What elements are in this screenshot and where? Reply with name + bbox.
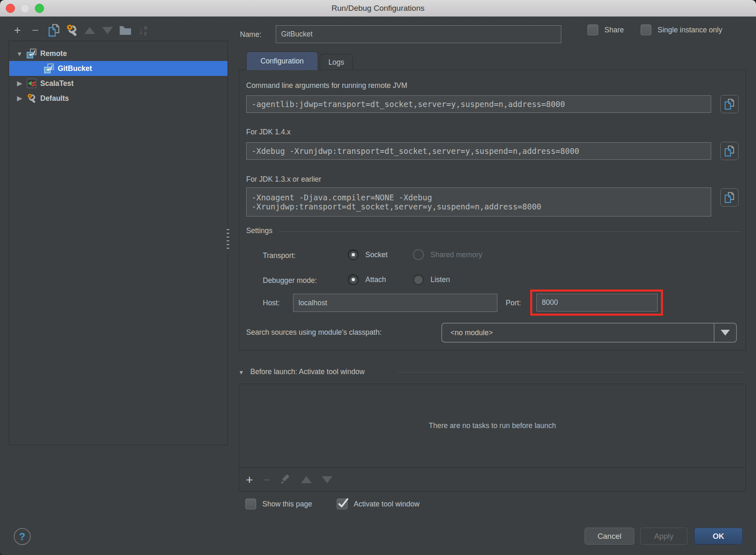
move-task-down-icon[interactable] bbox=[322, 476, 333, 483]
share-checkbox-row: Share bbox=[587, 24, 624, 35]
copy-jdk14-button[interactable] bbox=[720, 142, 739, 160]
show-this-page-row: Show this page bbox=[245, 499, 312, 509]
tree-item-label: GitBucket bbox=[58, 64, 92, 73]
configurations-tree: ▼ Remote GitBucket bbox=[9, 41, 228, 445]
tree-item-defaults[interactable]: ▶ Defaults bbox=[9, 91, 228, 106]
titlebar[interactable]: Run/Debug Configurations bbox=[0, 0, 756, 17]
run-debug-configurations-dialog: Run/Debug Configurations + − ↓ az bbox=[0, 0, 756, 555]
move-down-icon[interactable] bbox=[100, 23, 115, 38]
show-this-page-checkbox[interactable] bbox=[245, 499, 256, 509]
share-label: Share bbox=[604, 26, 624, 34]
defaults-wrench-icon bbox=[27, 93, 37, 103]
debugger-attach-option[interactable]: Attach bbox=[348, 274, 386, 285]
copy-icon bbox=[724, 192, 735, 203]
remote-config-icon bbox=[27, 49, 37, 58]
button-label: Cancel bbox=[597, 532, 621, 541]
host-label: Host: bbox=[263, 299, 280, 307]
share-checkbox[interactable] bbox=[587, 24, 598, 35]
window-title: Run/Debug Configurations bbox=[0, 0, 756, 17]
edit-task-pencil-icon[interactable] bbox=[280, 474, 291, 486]
tab-label: Logs bbox=[328, 58, 344, 67]
before-launch-collapse-icon[interactable]: ▾ bbox=[240, 368, 243, 376]
single-instance-checkbox-row: Single instance only bbox=[641, 24, 722, 35]
transport-socket-option[interactable]: Socket bbox=[348, 249, 388, 260]
tree-item-label: ScalaTest bbox=[40, 79, 73, 88]
activate-tool-window-label: Activate tool window bbox=[354, 500, 420, 509]
panel-splitter-handle[interactable] bbox=[227, 229, 229, 249]
jdk13-label: For JDK 1.3.x or earlier bbox=[246, 175, 321, 184]
tab-label: Configuration bbox=[260, 57, 303, 66]
jdk13-field[interactable]: -Xnoagent -Djava.compiler=NONE -Xdebug -… bbox=[246, 187, 711, 217]
name-label: Name: bbox=[240, 30, 262, 39]
activate-tool-window-checkbox[interactable] bbox=[337, 499, 347, 509]
jdk14-field[interactable]: -Xdebug -Xrunjdwp:transport=dt_socket,se… bbox=[246, 142, 711, 160]
tree-item-remote[interactable]: ▼ Remote bbox=[9, 46, 228, 61]
transport-shared-memory-option[interactable]: Shared memory bbox=[413, 249, 482, 260]
edit-defaults-icon[interactable] bbox=[64, 23, 79, 38]
port-input[interactable] bbox=[536, 294, 658, 312]
single-instance-checkbox[interactable] bbox=[641, 24, 651, 35]
name-input[interactable] bbox=[276, 25, 561, 43]
apply-button[interactable]: Apply bbox=[640, 528, 687, 545]
module-classpath-value: <no module> bbox=[442, 329, 714, 337]
jdk14-label: For JDK 1.4.x bbox=[246, 128, 291, 136]
check-icon bbox=[336, 495, 350, 509]
transport-label: Transport: bbox=[263, 251, 296, 260]
single-instance-label: Single instance only bbox=[658, 26, 722, 34]
cmdline-field[interactable]: -agentlib:jdwp=transport=dt_socket,serve… bbox=[246, 95, 711, 113]
scalatest-config-icon bbox=[27, 78, 37, 88]
ok-button[interactable]: OK bbox=[694, 528, 743, 545]
combo-dropdown-button[interactable] bbox=[714, 324, 736, 342]
help-button[interactable]: ? bbox=[14, 528, 31, 545]
jdk13-line1: -Xnoagent -Djava.compiler=NONE -Xdebug bbox=[252, 193, 432, 202]
copy-cmdline-button[interactable] bbox=[720, 95, 739, 113]
tree-collapsed-icon[interactable]: ▶ bbox=[15, 80, 24, 87]
activate-tool-window-row: Activate tool window bbox=[337, 499, 420, 509]
tree-collapsed-icon[interactable]: ▶ bbox=[15, 95, 24, 102]
tree-expanded-icon[interactable]: ▼ bbox=[15, 50, 24, 57]
copy-jdk13-button[interactable] bbox=[720, 188, 739, 207]
module-classpath-combobox[interactable]: <no module> bbox=[441, 323, 737, 343]
tree-item-label: Defaults bbox=[40, 94, 69, 103]
move-task-up-icon[interactable] bbox=[301, 476, 312, 483]
button-label: Apply bbox=[654, 532, 673, 541]
socket-label: Socket bbox=[365, 251, 388, 259]
before-launch-title: Before launch: Activate tool window bbox=[250, 368, 365, 376]
jdk13-line2: -Xrunjdwp:transport=dt_socket,server=y,s… bbox=[252, 202, 541, 211]
settings-section-label: Settings bbox=[246, 226, 272, 235]
debugger-listen-option[interactable]: Listen bbox=[413, 274, 450, 285]
tree-item-scalatest[interactable]: ▶ ScalaTest bbox=[9, 76, 228, 91]
before-launch-divider bbox=[399, 372, 745, 372]
attach-label: Attach bbox=[365, 275, 386, 284]
debugger-mode-label: Debugger mode: bbox=[263, 276, 317, 285]
add-task-icon[interactable]: + bbox=[246, 474, 253, 486]
remove-icon[interactable]: − bbox=[28, 23, 43, 38]
cmdline-label: Command line arguments for running remot… bbox=[246, 81, 407, 90]
add-icon[interactable]: + bbox=[10, 23, 25, 38]
shared-memory-radio[interactable] bbox=[413, 249, 424, 260]
sort-alphabetically-icon[interactable]: ↓ az bbox=[135, 23, 150, 38]
listen-radio[interactable] bbox=[413, 274, 424, 285]
listen-label: Listen bbox=[431, 275, 450, 284]
chevron-down-icon bbox=[721, 330, 730, 336]
no-tasks-message: There are no tasks to run before launch bbox=[429, 421, 556, 430]
move-up-icon[interactable] bbox=[82, 23, 97, 38]
tab-configuration[interactable]: Configuration bbox=[246, 51, 318, 70]
button-label: OK bbox=[713, 532, 724, 541]
tab-logs[interactable]: Logs bbox=[320, 54, 353, 70]
folder-icon[interactable] bbox=[118, 23, 133, 38]
show-this-page-label: Show this page bbox=[262, 500, 312, 509]
copy-configuration-icon[interactable] bbox=[46, 23, 61, 38]
port-label: Port: bbox=[506, 299, 521, 307]
tree-item-label: Remote bbox=[40, 49, 67, 58]
remove-task-icon[interactable]: − bbox=[263, 474, 271, 486]
attach-radio[interactable] bbox=[348, 274, 359, 285]
host-input[interactable] bbox=[293, 294, 497, 312]
cancel-button[interactable]: Cancel bbox=[585, 528, 634, 545]
socket-radio[interactable] bbox=[348, 249, 359, 260]
before-launch-tasks-panel: There are no tasks to run before launch … bbox=[239, 384, 746, 492]
tree-item-gitbucket-selected[interactable]: GitBucket bbox=[9, 61, 228, 76]
remote-config-icon bbox=[44, 63, 54, 73]
search-sources-label: Search sources using module's classpath: bbox=[246, 328, 382, 337]
copy-icon bbox=[724, 145, 735, 157]
